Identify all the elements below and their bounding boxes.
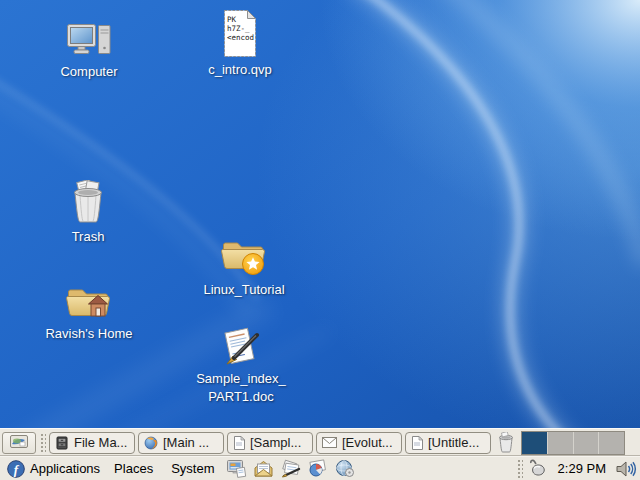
volume-icon[interactable] <box>615 460 637 478</box>
launcher-email[interactable] <box>251 457 276 480</box>
icon-label: Ravish's Home <box>45 326 132 343</box>
document-icon <box>411 436 423 450</box>
archive-file-icon: PK h7Z-_ <encod <box>221 9 259 59</box>
email-launcher-icon <box>253 460 274 478</box>
launcher-web-browser[interactable] <box>224 457 249 480</box>
web-browser-icon <box>144 436 158 450</box>
icon-label: Linux_Tutorial <box>203 282 284 299</box>
icon-label: c_intro.qvp <box>208 62 272 79</box>
workspace-3[interactable] <box>574 432 600 454</box>
desktop-icon-sample-index-part1-doc[interactable]: Sample_index_ PART1.doc <box>176 326 306 406</box>
trash-applet-icon <box>496 432 516 454</box>
system-menu-label: System <box>171 461 214 476</box>
trash-icon <box>68 180 108 226</box>
fedora-logo-icon: f <box>7 460 25 478</box>
globe-launcher-icon <box>335 459 355 478</box>
desktop-icon-ravishs-home[interactable]: Ravish's Home <box>29 283 149 343</box>
input-device-status-icon[interactable] <box>527 459 549 479</box>
clock[interactable]: 2:29 PM <box>553 461 611 476</box>
trash-applet[interactable] <box>494 431 518 455</box>
task-button-browser-main[interactable]: [Main ... <box>138 432 224 454</box>
task-button-label: [Untitle... <box>428 435 479 450</box>
show-desktop-icon <box>10 435 28 450</box>
task-button-label: [Main ... <box>163 435 209 450</box>
system-menu[interactable]: System <box>163 460 222 477</box>
launcher-word-processor[interactable] <box>278 457 303 480</box>
launcher-presentation[interactable] <box>305 457 330 480</box>
word-processor-launcher-icon <box>280 459 302 478</box>
task-button-label: [Sampl... <box>250 435 301 450</box>
workspace-1[interactable] <box>522 432 548 454</box>
menu-panel: f Applications Places System <box>0 456 640 480</box>
computer-icon <box>66 21 112 61</box>
icon-label-line2: PART1.doc <box>208 389 273 406</box>
icon-label: Computer <box>60 64 117 81</box>
svg-text:h7Z-_: h7Z-_ <box>227 24 250 33</box>
desktop-icon-c-intro-qvp[interactable]: PK h7Z-_ <encod c_intro.qvp <box>185 9 295 79</box>
starred-folder-icon <box>220 237 268 279</box>
presentation-launcher-icon <box>307 459 328 478</box>
document-icon <box>233 436 245 450</box>
desktop-icon-computer[interactable]: Computer <box>39 21 139 81</box>
home-folder-icon <box>65 283 113 323</box>
window-list-panel: File Ma... [Main ... [Sampl... [Evolut..… <box>0 428 640 456</box>
file-manager-icon <box>55 436 69 450</box>
workspace-switcher <box>521 431 625 455</box>
task-button-label: File Ma... <box>74 435 127 450</box>
panel-drag-handle[interactable] <box>39 432 46 454</box>
task-button-label: [Evolut... <box>342 435 393 450</box>
svg-text:PK: PK <box>227 15 237 24</box>
desktop-icon-trash[interactable]: Trash <box>38 180 138 246</box>
applications-menu-label: Applications <box>30 461 100 476</box>
email-icon <box>322 437 337 448</box>
applications-menu[interactable]: f Applications <box>3 459 104 479</box>
task-button-sample-doc[interactable]: [Sampl... <box>227 432 313 454</box>
web-browser-launcher-icon <box>226 459 247 478</box>
show-desktop-button[interactable] <box>2 432 36 454</box>
task-button-file-manager[interactable]: File Ma... <box>49 432 135 454</box>
icon-label: Sample_index_ <box>196 371 286 388</box>
workspace-4[interactable] <box>599 432 624 454</box>
desktop-icon-linux-tutorial[interactable]: Linux_Tutorial <box>182 237 306 299</box>
task-button-evolution[interactable]: [Evolut... <box>316 432 402 454</box>
document-pen-icon <box>219 326 263 368</box>
panel-drag-handle[interactable] <box>516 458 523 480</box>
workspace-2[interactable] <box>548 432 574 454</box>
icon-label: Trash <box>72 229 105 246</box>
task-button-untitled[interactable]: [Untitle... <box>405 432 491 454</box>
launcher-globe-tool[interactable] <box>332 457 357 480</box>
places-menu-label: Places <box>114 461 153 476</box>
svg-text:<encod: <encod <box>227 33 254 42</box>
places-menu[interactable]: Places <box>106 460 161 477</box>
